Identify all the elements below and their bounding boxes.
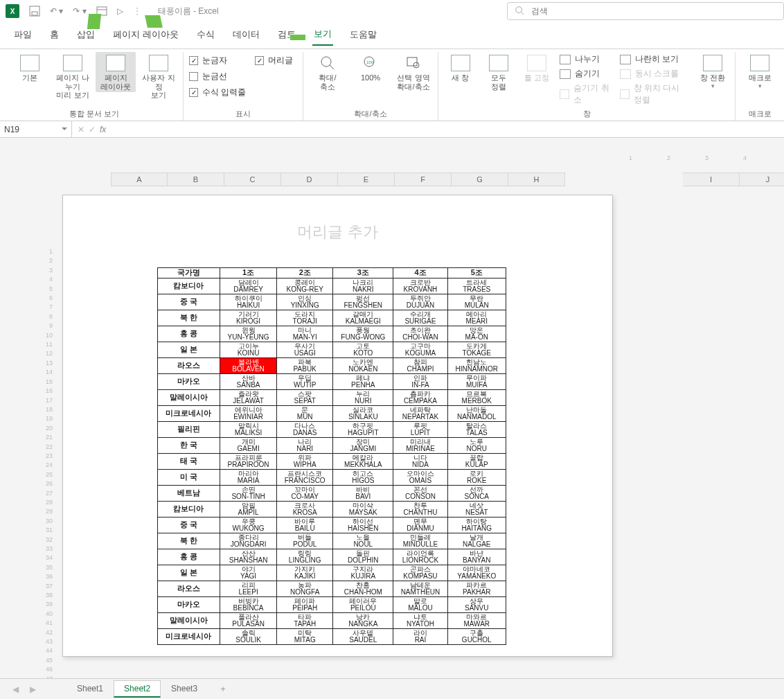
split-button[interactable]: 나누기 [560,53,611,65]
row-headers[interactable]: 1234567891011121314151617181920212223242… [36,247,53,699]
pagebreak-preview-button[interactable]: 페이지 나누기 미리 보기 [53,52,93,101]
data-cell: 타파TAPAH [277,612,333,628]
column-header[interactable]: H [508,172,565,186]
column-header[interactable]: C [224,172,281,186]
custom-views-button[interactable]: 사용자 지정 보기 [139,52,179,101]
data-cell: 구지라KUJIRA [333,565,393,581]
country-cell: 캄보디아 [158,501,220,517]
data-cell: 가지키KAJIKI [277,565,333,581]
sheet-nav-next[interactable]: ▶ [26,684,40,694]
svg-line-7 [330,65,334,69]
group-workbook-views: 기본 페이지 나누기 미리 보기 페이지 레이아웃 사용자 지정 보기 통합 문… [6,52,184,121]
switch-window-button[interactable]: 창 전환▾ [695,52,731,91]
data-cell: 윈윙YUN-YEUNG [220,326,276,342]
formula-input[interactable] [106,121,784,137]
data-cell: 라이언록LIONROCK [393,549,447,565]
macros-button[interactable]: 매크로▾ [740,52,780,91]
svg-point-4 [516,6,522,12]
country-cell: 마카오 [158,596,220,612]
data-cell: 니다NIDA [393,453,447,469]
annotation-blob [87,14,101,29]
table-row: 일 본고이누KOINU우사기USAGI고토KOTO고구마KOGUMA도카게TOK… [158,342,506,357]
data-cell: 바비BAVI [333,485,393,501]
country-cell: 한 국 [158,437,220,453]
data-cell: 마이삭MAYSAK [333,501,393,517]
data-cell: 남테운NAMTHEUN [393,581,447,596]
data-cell: 개미GAEMI [220,437,276,453]
data-cell: 마리아MARIA [220,469,276,485]
column-header[interactable]: D [281,172,338,186]
sheet-canvas[interactable]: ABCDEFGHIJ 1234 123456789101112131415161… [0,138,784,682]
country-cell: 미크로네시아 [158,405,220,421]
data-cell: 고이누KOINU [220,342,276,357]
name-box[interactable]: N19 [0,121,72,137]
sheet-tab[interactable]: Sheet2 [114,680,161,698]
search-input[interactable]: 검색 [507,2,784,20]
tab-page-layout[interactable]: 페이지 레이아웃 [112,27,180,45]
data-cell: 꼰선CONSON [393,485,447,501]
data-cell: 도카게TOKAGE [447,342,506,357]
tab-help[interactable]: 도움말 [348,27,378,45]
data-cell: 바냔BANYAN [447,549,506,565]
arrange-all-button[interactable]: 모두 정렬 [481,52,516,92]
undo-icon[interactable]: ↶ ▾ [50,6,63,16]
data-cell: 파카르PAKHAR [447,581,506,596]
data-cell: 파북PABUK [277,357,333,373]
data-cell: 므르복MERBOK [447,389,506,405]
sheet-tab[interactable]: Sheet1 [66,680,114,698]
data-cell: 인싱YINXING [277,294,333,310]
data-cell: 리피LEEPI [220,581,276,596]
sheet-nav-prev[interactable]: ◀ [8,684,23,694]
add-sheet-button[interactable]: ＋ [211,680,235,698]
new-window-button[interactable]: 새 창 [443,52,478,84]
table-header: 4조 [393,268,447,278]
column-header[interactable]: B [168,172,224,186]
zoom-100-button[interactable]: 100 100% [350,52,391,84]
data-cell: 트라세TRASES [447,278,506,294]
country-cell: 미 국 [158,469,220,485]
cursor-icon[interactable]: ▷ [117,6,123,16]
search-placeholder: 검색 [531,6,548,17]
data-cell: 상우SANVU [447,596,506,612]
tab-view[interactable]: 보기 [312,26,333,46]
tab-insert[interactable]: 삽입 [75,27,96,45]
sheet-tab[interactable]: Sheet3 [161,680,208,698]
redo-icon[interactable]: ↷ ▾ [73,6,86,16]
svg-rect-1 [32,12,37,15]
country-cell: 라오스 [158,357,220,373]
tab-formulas[interactable]: 수식 [195,27,216,45]
data-cell: 하이탕HAITANG [447,517,506,533]
gridlines-checkbox[interactable]: 눈금선 [189,71,297,82]
data-cell: 낭카NANGKA [333,612,393,628]
page-layout-button[interactable]: 페이지 레이아웃 [96,52,136,92]
header-checkbox[interactable]: ✓머리글 [255,55,293,67]
data-cell: 불라벤BOLAVEN [220,357,276,373]
table-header: 5조 [447,268,506,278]
tab-home[interactable]: 홈 [48,27,60,45]
table-header: 1조 [220,268,276,278]
column-header[interactable]: E [338,172,395,186]
column-header[interactable]: I [683,172,740,186]
formulabar-checkbox[interactable]: ✓수식 입력줄 [189,87,297,98]
ruler-checkbox[interactable]: ✓눈금자 [189,55,227,67]
column-header[interactable]: A [111,172,168,186]
table-row: 중 국우쿵WUKONG바이루BAILU하이선HAISHEN뎬무DIANMU하이탕… [158,517,506,533]
header-placeholder[interactable]: 머리글 추가 [160,222,515,242]
normal-view-button[interactable]: 기본 [10,52,50,84]
tab-data[interactable]: 데이터 [231,27,261,45]
column-headers[interactable]: ABCDEFGHIJ [111,172,784,186]
hide-button[interactable]: 숨기기 [560,68,611,80]
column-header[interactable]: G [452,172,508,186]
tab-file[interactable]: 파일 [12,27,33,45]
zoom-button[interactable]: 확대/ 축소 [308,52,348,92]
side-by-side-button[interactable]: 나란히 보기 [620,53,690,65]
table-row: 캄보디아암필AMPIL크로사KROSA마이삭MAYSAK찬투CHANTHU네삿N… [158,501,506,517]
qat-more-icon[interactable]: ⋮ [133,6,141,16]
data-cell: 수리개SURIGAE [393,310,447,326]
column-header[interactable]: J [740,172,784,186]
fx-icon[interactable]: fx [100,125,106,134]
column-header[interactable]: F [395,172,452,186]
zoom-selection-button[interactable]: 선택 영역 확대/축소 [393,52,434,92]
save-icon[interactable] [29,6,40,17]
country-cell: 미크로네시아 [158,628,220,644]
